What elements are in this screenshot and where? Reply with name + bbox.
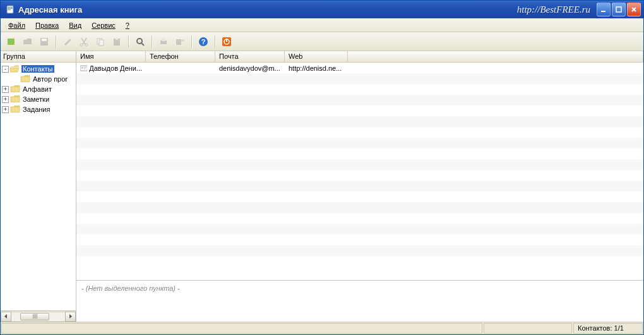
svg-point-16 xyxy=(137,39,142,44)
table-row-empty xyxy=(76,256,643,267)
new-contact-button[interactable] xyxy=(4,35,18,49)
folder-icon xyxy=(10,85,20,94)
sidebar: Группа -КонтактыАвтор прог+Алфавит+Замет… xyxy=(1,51,76,322)
tree-node[interactable]: +Заметки xyxy=(1,94,76,104)
expand-icon[interactable]: + xyxy=(2,96,9,103)
sidebar-hscrollbar[interactable] xyxy=(1,310,76,322)
scroll-thumb[interactable] xyxy=(20,313,49,320)
svg-rect-29 xyxy=(84,68,85,69)
menu-file[interactable]: Файл xyxy=(4,20,29,30)
maximize-button[interactable] xyxy=(612,3,626,16)
help-button[interactable]: ? xyxy=(196,35,210,49)
folder-icon xyxy=(20,75,30,83)
cell-name: Давыдов Дени... xyxy=(76,64,146,72)
scroll-right-button[interactable] xyxy=(65,312,76,322)
expand-icon[interactable]: + xyxy=(2,86,9,93)
tree-node[interactable]: -Контакты xyxy=(1,64,76,74)
tree-spacer xyxy=(12,76,19,83)
svg-point-10 xyxy=(80,44,83,46)
window-title: Адресная книга xyxy=(18,5,82,15)
column-header[interactable]: Имя xyxy=(76,51,146,62)
group-tree[interactable]: -КонтактыАвтор прог+Алфавит+Заметки+Зада… xyxy=(1,63,76,310)
close-button[interactable] xyxy=(627,3,641,16)
edit-button xyxy=(61,35,75,49)
cut-button xyxy=(77,35,91,49)
svg-rect-4 xyxy=(8,9,11,10)
column-header[interactable] xyxy=(348,51,643,62)
sidebar-header: Группа xyxy=(1,51,76,63)
svg-rect-3 xyxy=(8,8,13,9)
column-header[interactable]: Телефон xyxy=(146,51,215,62)
menu-service[interactable]: Сервис xyxy=(88,20,119,30)
table-row[interactable]: Давыдов Дени...denisdavydov@m...http://d… xyxy=(76,63,643,73)
detail-pane: - (Нет выделенного пункта) - xyxy=(76,280,643,322)
toolbar-separator xyxy=(215,35,215,48)
table-row-empty xyxy=(76,73,643,84)
table-row-empty xyxy=(76,202,643,213)
table-row-empty xyxy=(76,170,643,181)
svg-rect-27 xyxy=(84,66,86,67)
titlebar: Адресная книга http://BestFREE.ru xyxy=(1,1,643,18)
toolbar-separator xyxy=(56,35,56,48)
contact-icon xyxy=(80,64,87,72)
svg-rect-28 xyxy=(84,68,86,68)
tree-node[interactable]: +Алфавит xyxy=(1,84,76,94)
table-row-empty xyxy=(76,192,643,202)
svg-rect-18 xyxy=(162,39,165,41)
folder-icon xyxy=(10,95,20,104)
column-header[interactable]: Web xyxy=(285,51,348,62)
grid-body[interactable]: Давыдов Дени...denisdavydov@m...http://d… xyxy=(76,63,643,280)
power-button[interactable] xyxy=(220,35,234,49)
tree-node-label[interactable]: Задания xyxy=(21,106,51,113)
search-button[interactable] xyxy=(133,35,147,49)
menu-view[interactable]: Вид xyxy=(65,20,85,30)
copy-button xyxy=(93,35,107,49)
table-row-empty xyxy=(76,138,643,149)
tree-node[interactable]: +Задания xyxy=(1,104,76,114)
export-button xyxy=(173,35,187,49)
table-row-empty xyxy=(76,149,643,159)
tree-node-label[interactable]: Контакты xyxy=(21,65,54,73)
toolbar-separator xyxy=(191,35,192,48)
toolbar-separator xyxy=(152,35,152,48)
svg-rect-24 xyxy=(226,39,227,42)
svg-rect-5 xyxy=(601,11,605,12)
tree-node-label[interactable]: Алфавит xyxy=(21,85,53,93)
status-right: Контактов: 1/1 xyxy=(573,323,643,334)
svg-point-26 xyxy=(81,66,83,68)
watermark-url: http://BestFREE.ru xyxy=(517,4,590,15)
status-mid xyxy=(484,323,572,334)
table-row-empty xyxy=(76,84,643,95)
table-row-empty xyxy=(76,159,643,170)
table-row-empty xyxy=(76,116,643,127)
minimize-button[interactable] xyxy=(597,3,611,16)
print-button xyxy=(157,35,170,49)
svg-rect-2 xyxy=(8,7,13,8)
table-row-empty xyxy=(76,95,643,106)
folder-icon xyxy=(10,105,20,114)
scroll-track[interactable] xyxy=(11,312,65,322)
collapse-icon[interactable]: - xyxy=(2,66,9,73)
expand-icon[interactable]: + xyxy=(2,106,9,113)
svg-rect-19 xyxy=(176,39,181,45)
grid-header[interactable]: ИмяТелефонПочтаWeb xyxy=(76,51,643,63)
open-folder-button xyxy=(21,35,35,49)
tree-node[interactable]: Автор прог xyxy=(1,74,76,84)
content: ИмяТелефонПочтаWeb Давыдов Дени...denisd… xyxy=(76,51,643,322)
cell-mail: denisdavydov@m... xyxy=(215,64,285,72)
svg-text:?: ? xyxy=(201,38,206,46)
svg-point-11 xyxy=(85,44,88,46)
table-row-empty xyxy=(76,106,643,116)
status-left xyxy=(1,323,482,334)
table-row-empty xyxy=(76,234,643,245)
table-row-empty xyxy=(76,245,643,256)
paste-button xyxy=(110,35,124,49)
table-row-empty xyxy=(76,181,643,192)
scroll-left-button[interactable] xyxy=(1,312,11,322)
tree-node-label[interactable]: Автор прог xyxy=(32,75,69,83)
tree-node-label[interactable]: Заметки xyxy=(21,95,51,103)
svg-rect-6 xyxy=(616,7,621,12)
column-header[interactable]: Почта xyxy=(215,51,285,62)
menu-edit[interactable]: Правка xyxy=(32,20,63,30)
menu-help[interactable]: ? xyxy=(122,20,133,30)
